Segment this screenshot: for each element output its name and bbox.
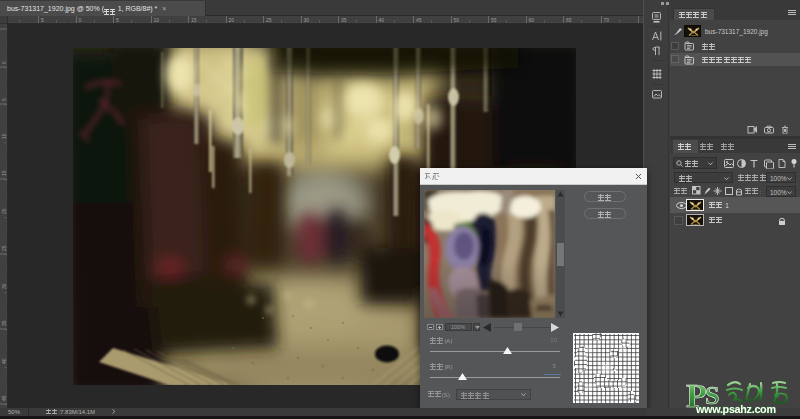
svg-text:www.psahz.com: www.psahz.com — [695, 403, 776, 415]
